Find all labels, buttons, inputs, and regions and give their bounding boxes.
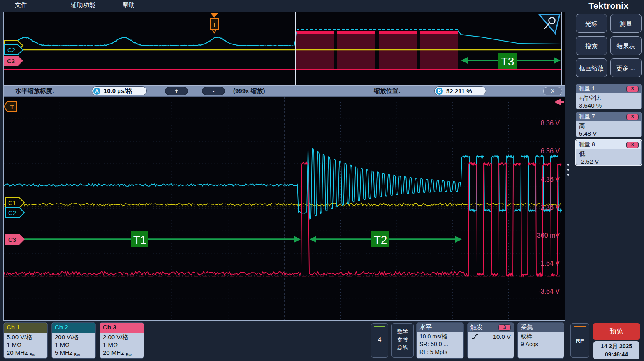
ch1-badge[interactable]: Ch 1 5.00 V/格1 MΩ 20 MHz Bw bbox=[3, 322, 48, 359]
svg-text:C3: C3 bbox=[7, 58, 15, 65]
search-button[interactable]: 搜索 bbox=[576, 36, 607, 55]
t3-label: T3 bbox=[501, 55, 514, 68]
t3-annotation: T3 bbox=[461, 53, 561, 69]
overview-traces bbox=[4, 30, 562, 69]
datetime-badge[interactable]: 14 2月 202509:46:44 bbox=[593, 341, 639, 359]
svg-text:C2: C2 bbox=[8, 209, 16, 216]
trigger-badge[interactable]: 触发 3 10.0 V bbox=[467, 322, 514, 359]
zoom-graticule-pane[interactable]: T1 T2 T bbox=[4, 97, 565, 320]
results-table-button[interactable]: 结果表 bbox=[610, 36, 642, 55]
trigger-position-marker[interactable]: T bbox=[210, 13, 218, 33]
zoom-magnifier-icon[interactable] bbox=[539, 14, 560, 33]
preview-status-button[interactable]: 预览 bbox=[593, 323, 640, 340]
zoom-in-button[interactable]: + bbox=[165, 87, 188, 95]
svg-text:C2: C2 bbox=[7, 46, 15, 53]
svg-text:8.36 V: 8.36 V bbox=[541, 120, 560, 127]
overview-ch3-handle[interactable]: C3 bbox=[4, 56, 23, 66]
box-zoom-button[interactable]: 框画缩放 bbox=[576, 58, 607, 77]
ch4-badge[interactable]: 4 bbox=[371, 323, 388, 358]
svg-text:6.36 V: 6.36 V bbox=[541, 148, 560, 155]
zoom-traces bbox=[4, 148, 562, 276]
ch1-handle[interactable]: C1 bbox=[5, 198, 24, 208]
trigger-source-badge: 3 bbox=[498, 324, 511, 331]
t1-annotation: T1 bbox=[14, 231, 301, 247]
horizontal-zoom-bar: 水平缩放标度: A 10.0 µs/格 + - (999x 缩放) 缩放位置: … bbox=[4, 85, 565, 97]
svg-text:T: T bbox=[10, 103, 14, 110]
svg-text:2.36 V: 2.36 V bbox=[541, 204, 560, 211]
ch1-trace bbox=[4, 203, 561, 206]
trigger-t-label: T bbox=[213, 21, 216, 28]
acquisition-badge[interactable]: 采集 取样9 Acqs bbox=[517, 322, 564, 359]
panel-drag-handle[interactable] bbox=[567, 164, 570, 177]
ch3-handle[interactable]: C3 bbox=[5, 234, 25, 245]
ch2-overview-trace bbox=[4, 32, 296, 46]
zoom-position-label: 缩放位置: bbox=[374, 87, 401, 95]
svg-text:360 mV: 360 mV bbox=[537, 232, 560, 239]
ch3-trace bbox=[4, 162, 562, 276]
t2-label: T2 bbox=[374, 234, 387, 246]
measurement-badge-7[interactable]: 测量 7 3 高5.48 V bbox=[576, 112, 642, 137]
menu-file[interactable]: 文件 bbox=[15, 1, 27, 9]
trigger-indicator-tag[interactable]: T bbox=[4, 102, 17, 111]
waveform-display-frame: T3 T bbox=[3, 12, 565, 321]
ch3-badge[interactable]: Ch 3 2.00 V/格1 MΩ 20 MHz Bw bbox=[100, 322, 144, 359]
horizontal-badge[interactable]: 水平 10.0 ms/格SR: 50.0 ...RL: 5 Mpts bbox=[416, 322, 464, 359]
add-math-ref-bus-button[interactable]: 数学参考总线 bbox=[391, 323, 414, 358]
t2-annotation: T2 bbox=[310, 231, 462, 247]
zoom-close-button[interactable]: X bbox=[543, 87, 562, 95]
svg-text:C3: C3 bbox=[8, 236, 16, 243]
svg-text:-1.64 V: -1.64 V bbox=[538, 260, 560, 267]
zoom-out-button[interactable]: - bbox=[202, 87, 225, 95]
svg-text:4.36 V: 4.36 V bbox=[541, 176, 560, 183]
knob-a-icon: A bbox=[93, 88, 100, 95]
zoom-position-control[interactable]: B 52.211 % bbox=[434, 86, 486, 95]
measure-button[interactable]: 测量 bbox=[610, 14, 642, 33]
measurement-badge-8[interactable]: 测量 8 3 低-2.52 V bbox=[576, 140, 642, 165]
zoom-factor-label: (999x 缩放) bbox=[233, 87, 265, 95]
tektronix-logo: Tektronix bbox=[575, 1, 642, 11]
zoom-scale-control[interactable]: A 10.0 µs/格 bbox=[92, 86, 147, 95]
svg-text:-3.64 V: -3.64 V bbox=[538, 288, 560, 295]
oscilloscope-screen: 文件 辅助功能 帮助 T3 bbox=[0, 0, 644, 361]
rf-badge[interactable]: RF bbox=[570, 323, 589, 358]
menu-utility[interactable]: 辅助功能 bbox=[71, 1, 95, 9]
ch2-handle[interactable]: C2 bbox=[5, 208, 24, 218]
zoom-scale-label: 水平缩放标度: bbox=[15, 87, 54, 95]
vertical-scale-labels: 8.36 V 6.36 V 4.36 V 2.36 V 360 mV -1.64… bbox=[537, 120, 560, 295]
measurement-badge-1[interactable]: 测量 1 3 +占空比3.640 % bbox=[576, 84, 642, 109]
knob-b-icon: B bbox=[436, 88, 443, 95]
svg-text:C1: C1 bbox=[8, 199, 16, 206]
t1-label: T1 bbox=[133, 234, 147, 246]
cursors-button[interactable]: 光标 bbox=[576, 14, 607, 33]
source-channel-badge: 3 bbox=[626, 86, 639, 92]
menu-help[interactable]: 帮助 bbox=[123, 1, 135, 9]
trigger-level-arrow[interactable] bbox=[554, 99, 564, 105]
graticule-grid bbox=[4, 97, 562, 320]
overview-pane[interactable]: T3 T bbox=[4, 12, 565, 85]
rising-edge-icon bbox=[470, 333, 480, 340]
rf-color-line bbox=[574, 326, 586, 327]
more-button[interactable]: 更多 ... bbox=[610, 58, 642, 77]
ch4-color-line bbox=[374, 326, 385, 327]
source-channel-badge: 3 bbox=[626, 142, 639, 148]
source-channel-badge: 3 bbox=[626, 114, 639, 120]
ch2-badge[interactable]: Ch 2 200 V/格1 MΩ 5 MHz Bw bbox=[51, 322, 96, 359]
